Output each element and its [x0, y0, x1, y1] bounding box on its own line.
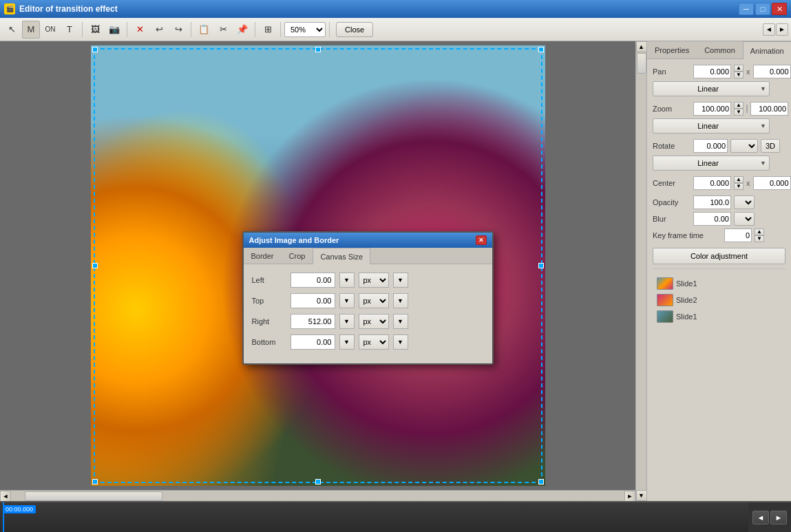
delete-button[interactable]: ✕ [131, 21, 149, 39]
tab-common[interactable]: Common [697, 41, 743, 58]
dialog-bottom-unit[interactable]: px % [359, 334, 389, 350]
minimize-button[interactable]: ─ [739, 3, 754, 15]
dialog-left-dropdown-btn[interactable]: ▼ [339, 273, 355, 288]
pan-x-spinner[interactable]: ▲ ▼ [734, 65, 743, 78]
dialog-right-dropdown-btn[interactable]: ▼ [339, 314, 355, 329]
pan-y-input[interactable] [753, 65, 791, 78]
timeline-track[interactable]: 00:00.000 [0, 502, 748, 532]
dialog-right-unit[interactable]: px % [359, 314, 389, 329]
scroll-down-button[interactable]: ▼ [636, 490, 647, 501]
dialog-title-bar[interactable]: Adjust Image and Border ✕ [244, 233, 492, 248]
dialog-right-input[interactable] [291, 314, 335, 329]
slide-item-2[interactable]: Slide1 [655, 309, 783, 324]
dialog-bottom-unit-dropdown[interactable]: ▼ [393, 334, 408, 350]
slides-list: Slide1 Slide2 Slide1 [653, 273, 785, 328]
move-tool-button[interactable]: M [22, 21, 40, 39]
tab-properties[interactable]: Properties [647, 41, 697, 58]
dialog-left-unit[interactable]: px % [359, 273, 389, 288]
opacity-input[interactable] [693, 195, 731, 209]
dialog-tab-border[interactable]: Border [244, 248, 282, 264]
opacity-select[interactable] [734, 195, 755, 209]
rotate-mode-arrow: ▼ [760, 160, 766, 167]
center-x-spinner[interactable]: ▲ ▼ [734, 176, 743, 190]
dialog-top-unit-dropdown[interactable]: ▼ [393, 293, 408, 308]
h-scroll-thumb[interactable] [25, 491, 162, 501]
rotate-3d-button[interactable]: 3D [761, 139, 780, 153]
zoom-select[interactable]: 50% 25% 75% 100% [284, 22, 326, 37]
nav-prev-button[interactable]: ◄ [763, 23, 775, 36]
dialog-right-unit-dropdown[interactable]: ▼ [393, 314, 408, 329]
center-x-down[interactable]: ▼ [734, 183, 743, 190]
dialog-tab-canvas-size[interactable]: Canvas Size [313, 248, 370, 264]
toggle-button[interactable]: ON [41, 21, 59, 39]
nav-arrows: ◄ ► [763, 23, 788, 36]
dialog-left-label: Left [252, 276, 286, 284]
copy-button[interactable]: 📋 [195, 21, 213, 39]
scroll-right-button[interactable]: ► [624, 491, 635, 502]
dialog-top-dropdown-btn[interactable]: ▼ [339, 293, 355, 308]
keyframe-up[interactable]: ▲ [755, 228, 764, 235]
dialog-top-unit[interactable]: px % [359, 293, 389, 308]
slide-item-0[interactable]: Slide1 [655, 276, 783, 291]
dialog-tab-crop[interactable]: Crop [282, 248, 313, 264]
dialog-left-unit-dropdown[interactable]: ▼ [393, 273, 408, 288]
center-x-input[interactable] [693, 176, 731, 190]
blur-select[interactable] [734, 212, 755, 226]
rotate-select[interactable] [730, 139, 758, 153]
tab-animation[interactable]: Animation [743, 41, 791, 59]
dialog-left-input[interactable] [291, 273, 335, 288]
window-close-button[interactable]: ✕ [772, 3, 787, 15]
redo-button[interactable]: ↪ [169, 21, 187, 39]
color-adjustment-button[interactable]: Color adjustment [653, 248, 785, 264]
center-x-up[interactable]: ▲ [734, 176, 743, 183]
dialog-top-label: Top [252, 297, 286, 305]
rotate-mode-dropdown[interactable]: Linear ▼ [653, 156, 770, 171]
nav-next-button[interactable]: ► [776, 23, 788, 36]
pan-x-up[interactable]: ▲ [734, 65, 743, 72]
panel-content: Pan ▲ ▼ x ▲ ▼ Linear ▼ [647, 59, 791, 501]
dialog-top-input[interactable] [291, 293, 335, 308]
pan-x-down[interactable]: ▼ [734, 72, 743, 78]
timeline-prev-button[interactable]: ◄ [752, 511, 769, 524]
zoom-x-up[interactable]: ▲ [734, 102, 743, 109]
scroll-track[interactable] [636, 52, 647, 490]
pan-mode-dropdown[interactable]: Linear ▼ [653, 81, 770, 96]
zoom-x-down[interactable]: ▼ [734, 109, 743, 116]
zoom-label: Zoom [653, 105, 690, 113]
scroll-thumb[interactable] [637, 53, 646, 74]
paste-button[interactable]: 📌 [233, 21, 251, 39]
zoom-x-spinner[interactable]: ▲ ▼ [734, 102, 743, 116]
keyframe-label: Key frame time [653, 231, 721, 240]
undo-button[interactable]: ↩ [150, 21, 168, 39]
select-tool-button[interactable]: ↖ [3, 21, 21, 39]
blur-input[interactable] [693, 212, 731, 226]
center-row: Center ▲ ▼ x ▲ ▼ [653, 176, 785, 190]
video-tool-button[interactable]: 📷 [105, 21, 123, 39]
dialog-bottom-input[interactable] [291, 334, 335, 350]
maximize-button[interactable]: □ [755, 3, 770, 15]
dialog-close-button[interactable]: ✕ [476, 235, 487, 245]
zoom-y-input[interactable] [750, 102, 788, 116]
keyframe-down[interactable]: ▼ [755, 235, 764, 242]
grid-button[interactable]: ⊞ [259, 21, 277, 39]
zoom-link-checkbox[interactable] [746, 105, 748, 113]
canvas-image[interactable]: Adjust Image and Border ✕ Border Crop Ca… [91, 45, 545, 486]
pan-x-input[interactable] [693, 65, 731, 78]
slide-thumb-0 [657, 277, 673, 290]
zoom-mode-dropdown[interactable]: Linear ▼ [653, 118, 770, 134]
zoom-x-input[interactable] [693, 102, 731, 116]
scroll-up-button[interactable]: ▲ [636, 41, 647, 52]
slide-item-1[interactable]: Slide2 [655, 292, 783, 308]
image-tool-button[interactable]: 🖼 [86, 21, 104, 39]
timeline-next-button[interactable]: ► [770, 511, 787, 524]
center-y-input[interactable] [753, 176, 791, 190]
scroll-left-button[interactable]: ◄ [0, 491, 11, 502]
rotate-input[interactable] [693, 139, 728, 153]
text-tool-button[interactable]: T [61, 21, 78, 39]
h-scroll-track[interactable] [11, 491, 624, 502]
keyframe-spinner[interactable]: ▲ ▼ [755, 228, 764, 242]
keyframe-input[interactable] [724, 228, 752, 242]
close-button[interactable]: Close [336, 22, 373, 37]
cut-button[interactable]: ✂ [214, 21, 232, 39]
dialog-bottom-dropdown-btn[interactable]: ▼ [339, 334, 355, 350]
